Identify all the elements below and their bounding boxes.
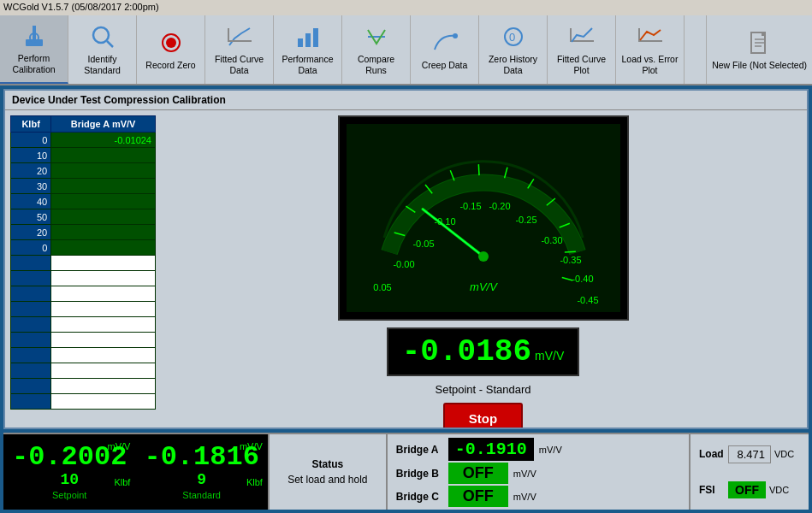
table-body: 0-0.010241020304050200	[11, 133, 156, 410]
table-row	[11, 379, 156, 394]
calibration-body: Klbf Bridge A mV/V 0-0.01024102030405020…	[5, 110, 807, 429]
table-row	[11, 302, 156, 317]
svg-point-6	[166, 38, 176, 48]
table-cell-bridge-a	[51, 363, 156, 379]
table-cell-bridge-a	[51, 333, 156, 348]
table-row: 30	[11, 179, 156, 194]
table-row	[11, 317, 156, 333]
svg-line-33	[478, 164, 479, 175]
svg-rect-10	[305, 33, 311, 47]
toolbar-btn-identify-standard[interactable]: Identify Standard	[68, 15, 137, 84]
table-row	[11, 394, 156, 410]
svg-point-13	[453, 33, 458, 38]
toolbar-btn-record-zero[interactable]: Record Zero	[137, 15, 205, 84]
stop-button[interactable]: Stop	[443, 403, 523, 429]
table-cell-bridge-a	[51, 379, 156, 394]
table-cell-klbf: 0	[11, 240, 51, 256]
bridge-b-unit: mV/V	[513, 469, 539, 479]
setpoint-unit-bottom: Klbf	[114, 477, 130, 487]
table-cell-klbf	[11, 379, 51, 394]
toolbar-btn-new-file[interactable]: New File (Not Selected)	[706, 15, 812, 84]
setpoint-subvalue: 10	[60, 471, 79, 488]
table-cell-klbf: 20	[11, 225, 51, 240]
table-cell-klbf: 0	[11, 133, 51, 148]
toolbar-btn-perform-calibration[interactable]: Perform Calibration	[0, 15, 68, 84]
compare-icon	[363, 23, 390, 50]
plot-icon	[568, 23, 596, 50]
toolbar-btn-new-file-label: New File (Not Selected)	[712, 60, 807, 71]
svg-text:-0.05: -0.05	[412, 239, 434, 249]
main-content: Device Under Test Compression Calibratio…	[0, 86, 812, 513]
toolbar: Perform Calibration Identify Standard Re…	[0, 15, 812, 86]
table-cell-bridge-a	[51, 348, 156, 363]
status-bar: mV/V -0.2002 10 Klbf Setpoint mV/V -0.18…	[3, 433, 809, 510]
svg-rect-8	[228, 28, 229, 42]
table-cell-klbf	[11, 256, 51, 271]
table-cell-klbf	[11, 348, 51, 363]
status-panel: Status Set load and hold	[268, 434, 388, 510]
toolbar-btn-compare-runs[interactable]: Compare Runs	[342, 15, 411, 84]
table-cell-klbf	[11, 302, 51, 317]
toolbar-btn-creep-data-label: Creep Data	[422, 60, 468, 71]
table-row: 0	[11, 240, 156, 256]
table-row	[11, 333, 156, 348]
digital-display: -0.0186 mV/V	[387, 327, 579, 376]
table-row	[11, 363, 156, 379]
svg-text:-0.25: -0.25	[515, 215, 536, 225]
table-cell-bridge-a	[51, 394, 156, 410]
table-cell-bridge-a	[51, 240, 156, 256]
table-cell-bridge-a	[51, 209, 156, 225]
table-header-klbf: Klbf	[11, 116, 51, 133]
standard-readout-panel: mV/V -0.1816 9 Klbf Standard	[135, 434, 267, 510]
bridge-a-value: -0.1910	[448, 438, 534, 461]
toolbar-btn-fitted-curve-data[interactable]: Fitted Curve Data	[205, 15, 274, 84]
svg-text:-0.15: -0.15	[459, 201, 481, 211]
load-label: Load	[699, 448, 725, 460]
bridge-c-value: OFF	[448, 486, 508, 507]
svg-text:-0.20: -0.20	[489, 201, 510, 211]
toolbar-btn-perform-calibration-label: Perform Calibration	[12, 53, 55, 74]
calibration-panel: Device Under Test Compression Calibratio…	[3, 89, 809, 429]
standard-unit-top: mV/V	[240, 441, 263, 451]
table-cell-klbf: 50	[11, 209, 51, 225]
toolbar-btn-creep-data[interactable]: Creep Data	[411, 15, 479, 84]
svg-text:0: 0	[509, 31, 515, 44]
table-row	[11, 348, 156, 363]
bridge-panel: Bridge A -0.1910 mV/V Bridge B OFF mV/V …	[388, 434, 689, 510]
bridge-b-value: OFF	[448, 463, 508, 484]
table-cell-bridge-a	[51, 256, 156, 271]
calibrate-icon	[21, 22, 48, 50]
svg-text:0.05: 0.05	[373, 282, 391, 292]
bridge-c-label: Bridge C	[396, 491, 443, 503]
table-cell-bridge-a	[51, 163, 156, 179]
table-cell-bridge-a	[51, 317, 156, 333]
table-cell-klbf	[11, 394, 51, 410]
standard-unit-bottom: Klbf	[246, 477, 263, 487]
standard-subvalue: 9	[197, 471, 206, 488]
svg-text:-0.45: -0.45	[577, 295, 598, 305]
zero-history-icon: 0	[500, 23, 527, 50]
svg-text:-0.30: -0.30	[541, 235, 562, 245]
svg-text:-0.35: -0.35	[560, 255, 581, 265]
table-row: 20	[11, 225, 156, 240]
toolbar-btn-fitted-curve-plot[interactable]: Fitted Curve Plot	[548, 15, 616, 84]
table-cell-klbf	[11, 271, 51, 286]
table-cell-bridge-a	[51, 286, 156, 302]
bridge-a-unit: mV/V	[539, 445, 565, 455]
fsi-label: FSI	[699, 484, 725, 496]
svg-text:-0.00: -0.00	[393, 259, 414, 269]
table-row	[11, 286, 156, 302]
performance-icon	[294, 23, 322, 50]
toolbar-btn-performance-data[interactable]: Performance Data	[274, 15, 342, 84]
svg-rect-11	[313, 28, 318, 47]
table-cell-bridge-a	[51, 179, 156, 194]
svg-text:mV/V: mV/V	[470, 280, 498, 293]
toolbar-btn-record-zero-label: Record Zero	[145, 60, 195, 71]
toolbar-btn-load-vs-error-plot[interactable]: Load vs. Error Plot	[616, 15, 685, 84]
table-cell-klbf	[11, 286, 51, 302]
app-title: WCGold V1.5.7 (05/08/2017 2:00pm)	[3, 2, 159, 12]
toolbar-btn-performance-data-label: Performance Data	[282, 54, 333, 75]
toolbar-btn-zero-history-data[interactable]: 0 Zero History Data	[479, 15, 548, 84]
setpoint-readout-panel: mV/V -0.2002 10 Klbf Setpoint	[3, 434, 135, 510]
table-cell-klbf	[11, 363, 51, 379]
